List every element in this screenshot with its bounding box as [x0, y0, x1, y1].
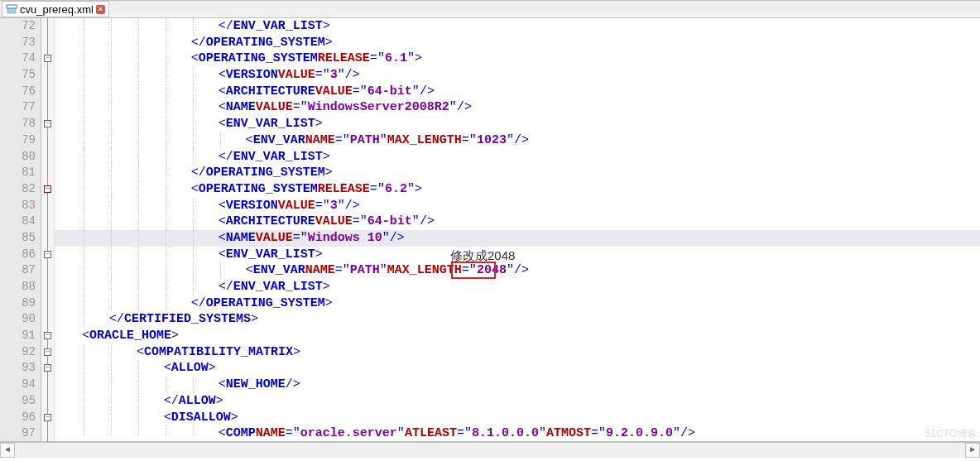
line-number: 77	[0, 99, 41, 116]
file-icon	[6, 3, 17, 15]
code-line[interactable]: </ENV_VAR_LIST>	[55, 149, 980, 166]
fold-cell	[41, 295, 54, 312]
fold-cell: −	[41, 328, 54, 344]
fold-toggle[interactable]: −	[44, 364, 51, 372]
line-number: 85	[0, 230, 41, 247]
fold-cell	[41, 67, 54, 84]
line-number: 80	[0, 149, 41, 166]
line-number: 76	[0, 84, 41, 100]
code-line[interactable]: </CERTIFIED_SYSTEMS>	[55, 311, 980, 328]
tab-bar: cvu_prereq.xml ×	[0, 0, 980, 18]
line-number: 97	[0, 425, 41, 442]
code-line[interactable]: <ENV_VAR_LIST>	[55, 247, 980, 263]
line-number: 88	[0, 279, 41, 295]
code-line[interactable]: <OPERATING_SYSTEM RELEASE="6.1">	[55, 50, 980, 67]
code-line[interactable]: <OPERATING_SYSTEM RELEASE="6.2">	[55, 181, 980, 198]
code-line[interactable]: <VERSION VALUE="3"/>	[55, 198, 980, 214]
line-number: 79	[0, 132, 41, 149]
fold-toggle[interactable]: −	[44, 348, 51, 356]
fold-toggle[interactable]: −	[44, 55, 51, 62]
code-line[interactable]: <NEW_HOME/>	[55, 377, 980, 393]
line-number: 73	[0, 35, 41, 51]
code-line[interactable]: </OPERATING_SYSTEM>	[55, 165, 980, 181]
code-column[interactable]: </ENV_VAR_LIST></OPERATING_SYSTEM><OPERA…	[55, 18, 980, 441]
line-number-gutter: 7273747576777879808182838485868788899091…	[0, 18, 41, 441]
code-line[interactable]: <VERSION VALUE="3"/>	[55, 67, 980, 84]
code-line[interactable]: <NAME VALUE="Windows 10"/>	[55, 230, 980, 247]
fold-cell	[41, 198, 54, 214]
fold-cell: −	[41, 247, 54, 263]
line-number: 72	[0, 18, 41, 35]
fold-cell	[41, 377, 54, 393]
fold-cell	[41, 165, 54, 181]
fold-cell	[41, 149, 54, 166]
code-line[interactable]: <ENV_VAR NAME="PATH" MAX_LENGTH="2048" /…	[55, 262, 980, 279]
line-number: 86	[0, 247, 41, 263]
code-line[interactable]: <ORACLE_HOME>	[55, 328, 980, 344]
fold-cell: −	[41, 116, 54, 132]
svg-rect-1	[7, 5, 17, 8]
line-number: 81	[0, 165, 41, 181]
code-line[interactable]: </ENV_VAR_LIST>	[55, 18, 980, 35]
fold-cell: −	[41, 50, 54, 67]
fold-toggle[interactable]: −	[44, 185, 51, 193]
code-line[interactable]: <NAME VALUE="WindowsServer2008R2"/>	[55, 99, 980, 116]
code-line[interactable]: </OPERATING_SYSTEM>	[55, 295, 980, 312]
line-number: 89	[0, 295, 41, 312]
scroll-left-button[interactable]: ◄	[0, 443, 15, 458]
file-tab[interactable]: cvu_prereq.xml ×	[2, 1, 109, 17]
code-line[interactable]: </ALLOW>	[55, 393, 980, 410]
code-line[interactable]: </ENV_VAR_LIST>	[55, 279, 980, 295]
fold-column: −−−−−−−−	[41, 18, 55, 441]
scroll-track[interactable]	[15, 443, 965, 458]
fold-cell	[41, 99, 54, 116]
fold-cell: −	[41, 360, 54, 377]
code-line[interactable]: <COMP NAME="oracle.server" ATLEAST="8.1.…	[55, 425, 980, 435]
line-number: 84	[0, 214, 41, 230]
fold-toggle[interactable]: −	[44, 251, 51, 258]
editor-area: 7273747576777879808182838485868788899091…	[0, 18, 980, 442]
code-line[interactable]: <DISALLOW>	[55, 410, 980, 426]
fold-toggle[interactable]: −	[44, 120, 51, 127]
line-number: 75	[0, 67, 41, 84]
fold-toggle[interactable]: −	[44, 414, 51, 421]
fold-cell	[41, 279, 54, 295]
fold-cell: −	[41, 344, 54, 361]
fold-cell	[41, 262, 54, 279]
line-number: 87	[0, 262, 41, 279]
code-line[interactable]: <ENV_VAR_LIST>	[55, 116, 980, 132]
tab-title: cvu_prereq.xml	[20, 3, 94, 16]
fold-cell	[41, 425, 54, 442]
fold-cell	[41, 311, 54, 328]
code-line[interactable]: <ARCHITECTURE VALUE="64-bit"/>	[55, 84, 980, 100]
fold-toggle[interactable]: −	[44, 332, 51, 339]
code-line[interactable]: </OPERATING_SYSTEM>	[55, 35, 980, 51]
line-number: 91	[0, 328, 41, 344]
line-number: 96	[0, 410, 41, 426]
fold-cell	[41, 84, 54, 100]
line-number: 78	[0, 116, 41, 132]
fold-cell	[41, 18, 54, 35]
horizontal-scrollbar[interactable]: ◄ ►	[0, 442, 980, 457]
line-number: 93	[0, 360, 41, 377]
close-icon[interactable]: ×	[96, 5, 105, 14]
code-line[interactable]: <ARCHITECTURE VALUE="64-bit"/>	[55, 214, 980, 230]
fold-cell	[41, 35, 54, 51]
line-number: 92	[0, 344, 41, 361]
line-number: 82	[0, 181, 41, 198]
fold-cell	[41, 132, 54, 149]
line-number: 94	[0, 377, 41, 393]
code-line[interactable]: <ENV_VAR NAME="PATH" MAX_LENGTH="1023" /…	[55, 132, 980, 149]
code-line[interactable]: <ALLOW>	[55, 360, 980, 377]
scroll-right-button[interactable]: ►	[965, 443, 980, 458]
line-number: 95	[0, 393, 41, 410]
code-line[interactable]: <COMPATIBILITY_MATRIX>	[55, 344, 980, 361]
fold-cell	[41, 230, 54, 247]
line-number: 90	[0, 311, 41, 328]
line-number: 83	[0, 198, 41, 214]
fold-cell	[41, 214, 54, 230]
fold-cell	[41, 393, 54, 410]
fold-cell: −	[41, 410, 54, 426]
line-number: 74	[0, 50, 41, 67]
fold-cell: −	[41, 181, 54, 198]
